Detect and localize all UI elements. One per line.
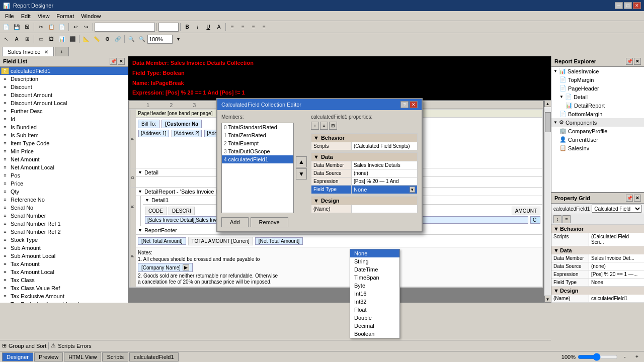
redo-button[interactable]: ↪	[81, 22, 91, 32]
align-right-button[interactable]: ≡	[249, 22, 259, 32]
underline-button[interactable]: U	[203, 22, 213, 32]
tree-salesinvoice[interactable]: ▼ 📊 SalesInvoice	[551, 67, 644, 75]
field-item-calculatedfield1[interactable]: Σ calculatedField1	[0, 67, 128, 75]
propgrid-sort-alpha-button[interactable]: ↕	[553, 215, 561, 223]
tab-salesinvoice[interactable]: Sales Invoice ✕	[2, 47, 54, 56]
script-errors-button[interactable]: ⚠ Scripts Errors	[51, 342, 92, 349]
close-button[interactable]: ✕	[633, 2, 641, 9]
props-fieldtype-row[interactable]: Field Type None ▾	[311, 185, 417, 194]
italic-button[interactable]: I	[193, 22, 203, 32]
menu-window[interactable]: Window	[78, 12, 104, 20]
zoom-out-button[interactable]: 🔍	[126, 34, 136, 44]
field-item-netamountlocal[interactable]: ≡ Net Amount Local	[0, 163, 128, 171]
field-item-furtherdesc[interactable]: ≡ Further Desc	[0, 107, 128, 115]
members-list[interactable]: 0 TotalStandardRated 1 TotalZeroRated 2 …	[221, 123, 294, 213]
calc-dialog[interactable]: CalculatedField Collection Editor ? ✕ Me…	[216, 98, 423, 232]
field-item-issubitem[interactable]: ≡ Is Sub Item	[0, 131, 128, 139]
add-button[interactable]: Add	[221, 217, 249, 227]
scroll-thumb[interactable]	[545, 112, 551, 132]
field-list-close-button[interactable]: ✕	[118, 58, 125, 65]
propgrid-pin-button[interactable]: 📌	[626, 195, 633, 202]
restore-button[interactable]: □	[624, 2, 632, 9]
props-behavior-header[interactable]: ▼ Behavior	[311, 134, 417, 142]
fieldtype-dropdown-popup[interactable]: None String DateTime TimeSpan Byte Int16…	[350, 249, 400, 338]
propgrid-design-section[interactable]: ▼ Design	[551, 287, 644, 295]
table-button[interactable]: ⊞	[22, 34, 32, 44]
explorer-pin-button[interactable]: 📌	[626, 58, 633, 65]
justify-button[interactable]: ≡	[259, 22, 269, 32]
dropdown-none[interactable]: None	[350, 249, 399, 257]
field-item-taxclass[interactable]: ≡ Tax Class	[0, 276, 128, 284]
undo-button[interactable]: ↩	[70, 22, 80, 32]
paste-button[interactable]: 📄	[57, 22, 67, 32]
field-item-description[interactable]: ≡ Description	[0, 75, 128, 83]
tree-currentuser[interactable]: 👤 CurrentUser	[551, 135, 644, 144]
menu-edit[interactable]: Edit	[18, 12, 34, 20]
zoom-in-status-button[interactable]: +	[632, 352, 642, 362]
status-tab-preview[interactable]: Preview	[34, 352, 63, 361]
member-item-1[interactable]: 1 TotalZeroRated	[222, 131, 293, 139]
field-item-isbundled[interactable]: ≡ Is Bundled	[0, 123, 128, 131]
new-button[interactable]: 📄	[1, 22, 11, 32]
member-item-3[interactable]: 3 TotalDutIOScope	[222, 147, 293, 155]
field-item-discountamount[interactable]: ≡ Discount Amount	[0, 91, 128, 99]
tree-salesinv[interactable]: 📋 SalesInv	[551, 144, 644, 152]
field-item-stocktype[interactable]: ≡ Stock Type	[0, 236, 128, 244]
field-item-taxexclusiveamount[interactable]: ≡ Tax Exclusive Amount	[0, 292, 128, 300]
tree-bottommargin[interactable]: 📄 BottomMargin	[551, 110, 644, 118]
propgrid-behavior-section[interactable]: ▼ Behavior	[551, 225, 644, 233]
field-item-netamount[interactable]: ≡ Net Amount	[0, 155, 128, 163]
dropdown-string[interactable]: String	[350, 257, 399, 265]
tree-detailreport[interactable]: 📊 DetailReport	[551, 101, 644, 110]
propgrid-sort-cat-button[interactable]: ≡	[562, 215, 571, 223]
field-item-referenceno[interactable]: ≡ Reference No	[0, 196, 128, 204]
field-item-serialno[interactable]: ≡ Serial No	[0, 204, 128, 212]
zoom-in-button[interactable]: 🔍	[137, 34, 147, 44]
dropdown-decimal[interactable]: Decimal	[350, 322, 399, 330]
font-size-input[interactable]	[158, 23, 179, 32]
field-item-id[interactable]: ≡ Id	[0, 115, 128, 123]
member-item-4[interactable]: 4 calculatedField1	[222, 155, 293, 163]
tree-components[interactable]: ▼ ⚙ Components	[551, 118, 644, 127]
dropdown-int16[interactable]: Int16	[350, 290, 399, 298]
fieldtype-dropdown-button[interactable]: ▾	[410, 187, 415, 193]
copy-button[interactable]: 📋	[46, 22, 56, 32]
tool5-button[interactable]: 📐	[81, 34, 91, 44]
status-tab-scripts[interactable]: Scripts	[102, 352, 128, 361]
member-item-2[interactable]: 2 TotalExempt	[222, 139, 293, 147]
save-as-button[interactable]: 🖫	[22, 22, 32, 32]
dropdown-double[interactable]: Double	[350, 314, 399, 322]
field-item-minprice[interactable]: ≡ Min Price	[0, 147, 128, 155]
explorer-close-button[interactable]: ✕	[634, 58, 641, 65]
field-item-serialnumberref1[interactable]: ≡ Serial Number Ref 1	[0, 220, 128, 228]
field-item-taxamount[interactable]: ≡ Tax Amount	[0, 260, 128, 268]
tab-salesinvoice-close[interactable]: ✕	[44, 49, 48, 55]
cut-button[interactable]: ✂	[36, 22, 46, 32]
tool7-button[interactable]: ⚙	[102, 34, 112, 44]
fieldtype-value[interactable]: None ▾	[352, 186, 417, 194]
field-item-discount[interactable]: ≡ Discount	[0, 83, 128, 91]
tool8-button[interactable]: 🔗	[113, 34, 123, 44]
status-tab-calculatedfield1[interactable]: calculatedField1	[129, 352, 179, 361]
tree-detail[interactable]: ▼ 📄 Detail	[551, 93, 644, 101]
dropdown-datetime[interactable]: DateTime	[350, 265, 399, 274]
move-down-button[interactable]: ▼	[296, 168, 307, 179]
dropdown-float[interactable]: Float	[350, 306, 399, 314]
dialog-help-button[interactable]: ?	[400, 101, 409, 108]
scroll-up-button[interactable]: ▲	[544, 100, 551, 107]
dropdown-byte[interactable]: Byte	[350, 282, 399, 290]
menu-format[interactable]: Format	[53, 12, 77, 20]
field-item-pos[interactable]: ≡ Pos	[0, 171, 128, 179]
field-item-discountamountlocal[interactable]: ≡ Discount Amount Local	[0, 99, 128, 107]
minimize-button[interactable]: ─	[615, 2, 623, 9]
field-item-subamountlocal[interactable]: ≡ Sub Amount Local	[0, 252, 128, 260]
dropdown-timespan[interactable]: TimeSpan	[350, 274, 399, 282]
font-name-input[interactable]	[95, 23, 155, 32]
save-button[interactable]: 💾	[12, 22, 22, 32]
props-sort-button[interactable]: ↕	[311, 122, 319, 130]
dropdown-int32[interactable]: Int32	[350, 298, 399, 306]
status-tab-designer[interactable]: Designer	[2, 352, 33, 361]
field-item-itemtypecode[interactable]: ≡ Item Type Code	[0, 139, 128, 147]
field-item-taxamountlocal[interactable]: ≡ Tax Amount Local	[0, 268, 128, 276]
zoom-input[interactable]	[147, 35, 173, 44]
